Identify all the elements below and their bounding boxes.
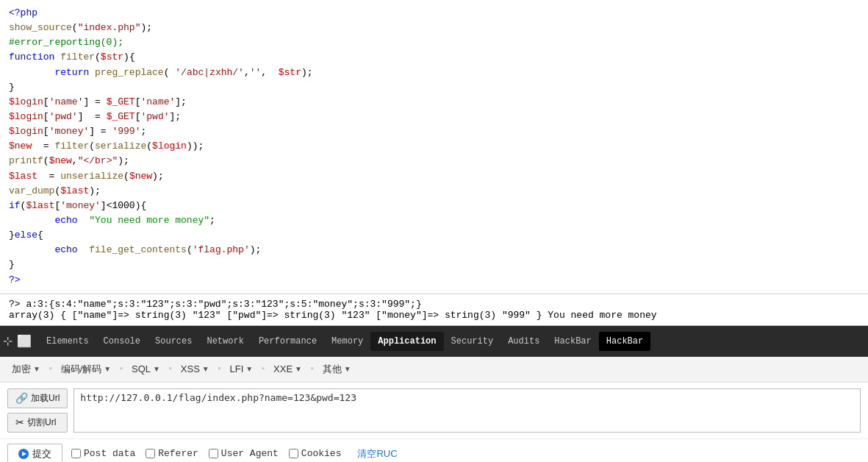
cookies-label[interactable]: Cookies [289, 448, 342, 459]
load-url-button[interactable]: 🔗 加载Url [7, 388, 68, 408]
code-display: <?php show_source("index.php"); #error_r… [0, 0, 868, 294]
tab-console[interactable]: Console [96, 332, 148, 351]
tab-audits[interactable]: Audits [501, 332, 547, 351]
toolbar-sep2: ▪ [118, 363, 124, 374]
tab-memory[interactable]: Memory [324, 332, 370, 351]
toolbar-sql-label: SQL [132, 363, 151, 374]
devtools-icons: ⊹ ⬜ [3, 334, 32, 349]
tab-network[interactable]: Network [199, 332, 251, 351]
toolbar-lfi[interactable]: LFI ▼ [226, 362, 258, 376]
tab-performance[interactable]: Performance [251, 332, 324, 351]
sql-arrow: ▼ [153, 365, 160, 373]
referer-text: Referer [158, 448, 198, 459]
toolbar-encode-label: 编码/解码 [61, 363, 102, 376]
toolbar-sql[interactable]: SQL ▼ [127, 362, 165, 376]
toolbar-encrypt[interactable]: 加密 ▼ [7, 361, 45, 377]
devtools-bar: ⊹ ⬜ Elements Console Sources Network Per… [0, 326, 868, 357]
tab-hackbar1[interactable]: HackBar [547, 332, 598, 351]
toolbar-encode[interactable]: 编码/解码 ▼ [57, 361, 116, 377]
output-display: ?> a:3:{s:4:"name";s:3:"123";s:3:"pwd";s… [0, 294, 868, 326]
encode-arrow: ▼ [104, 365, 111, 373]
referer-label[interactable]: Referer [146, 448, 198, 459]
split-url-label: 切割Url [27, 416, 56, 429]
user-agent-label[interactable]: User Agent [209, 448, 279, 459]
cookies-checkbox[interactable] [289, 449, 298, 458]
toolbar-other[interactable]: 其他 ▼ [318, 361, 356, 377]
toolbar-sep3: ▪ [168, 363, 173, 374]
user-agent-text: User Agent [221, 448, 279, 459]
post-data-checkbox[interactable] [71, 449, 81, 458]
tab-elements[interactable]: Elements [39, 332, 96, 351]
checkbox-group: Post data Referer User Agent Cookies 清空R… [71, 447, 398, 461]
submit-area: 提交 Post data Referer User Agent Cookies … [0, 439, 868, 462]
toolbar-encrypt-label: 加密 [12, 363, 31, 376]
xxe-arrow: ▼ [295, 365, 302, 373]
other-arrow: ▼ [344, 365, 351, 373]
output-line1: ?> a:3:{s:4:"name";s:3:"123";s:3:"pwd";s… [9, 299, 859, 310]
post-data-text: Post data [84, 448, 135, 459]
toolbar-sep6: ▪ [309, 363, 315, 374]
toolbar-sep1: ▪ [48, 363, 54, 374]
toolbar-xxe[interactable]: XXE ▼ [269, 362, 306, 376]
tab-security[interactable]: Security [444, 332, 501, 351]
url-buttons: 🔗 加载Url ✂ 切割Url [7, 388, 68, 433]
cursor-icon[interactable]: ⊹ [3, 334, 12, 349]
tab-application[interactable]: Application [370, 332, 443, 351]
device-icon[interactable]: ⬜ [17, 334, 32, 349]
toolbar-xss-label: XSS [181, 363, 200, 374]
toolbar-sep4: ▪ [217, 363, 223, 374]
toolbar-xxe-label: XXE [273, 363, 293, 374]
submit-button[interactable]: 提交 [7, 444, 62, 462]
hackbar-toolbar: 加密 ▼ ▪ 编码/解码 ▼ ▪ SQL ▼ ▪ XSS ▼ ▪ LFI ▼ ▪… [0, 357, 868, 383]
toolbar-xss[interactable]: XSS ▼ [176, 362, 214, 376]
user-agent-checkbox[interactable] [209, 449, 218, 458]
cookies-text: Cookies [301, 448, 342, 459]
tab-sources[interactable]: Sources [148, 332, 199, 351]
tab-hackbar2[interactable]: HackBar [599, 332, 650, 351]
url-area: 🔗 加载Url ✂ 切割Url [0, 383, 868, 439]
xss-arrow: ▼ [202, 365, 209, 373]
toolbar-sep5: ▪ [260, 363, 266, 374]
url-input[interactable] [73, 388, 861, 433]
load-url-label: 加载Url [31, 392, 60, 405]
lfi-arrow: ▼ [245, 365, 253, 373]
submit-label: 提交 [32, 447, 51, 461]
toolbar-other-label: 其他 [323, 363, 342, 376]
output-line2: array(3) { ["name"]=> string(3) "123" ["… [9, 310, 859, 321]
load-url-icon: 🔗 [15, 392, 28, 404]
play-icon [18, 449, 29, 459]
clear-ruc-button[interactable]: 清空RUC [357, 447, 397, 461]
encrypt-arrow: ▼ [33, 365, 40, 373]
split-url-button[interactable]: ✂ 切割Url [7, 413, 68, 433]
post-data-label[interactable]: Post data [71, 448, 135, 459]
referer-checkbox[interactable] [146, 449, 155, 458]
toolbar-lfi-label: LFI [230, 363, 244, 374]
split-url-icon: ✂ [15, 416, 24, 428]
